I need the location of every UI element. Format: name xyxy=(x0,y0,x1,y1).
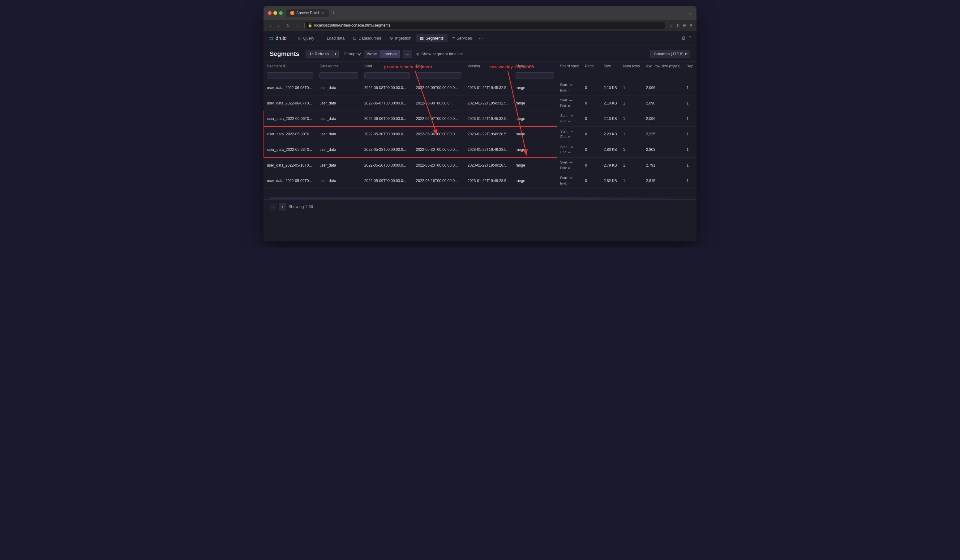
nav-items: ◫ Query ↑ Load data ⊡ Datasources ⊙ Inge… xyxy=(294,34,682,43)
extensions-icon[interactable]: ⊞ xyxy=(683,23,686,28)
col-header-shard-type[interactable]: Shard type xyxy=(512,62,557,71)
filter-cell-ds[interactable] xyxy=(317,71,361,80)
cell-segment-id: user_data_2022-06-06T0... xyxy=(264,111,317,126)
col-header-partition[interactable]: Partiti... xyxy=(582,62,601,71)
filter-cell-start[interactable] xyxy=(361,71,413,80)
help-icon[interactable]: ? xyxy=(689,35,691,41)
browser-toolbar: ‹ › ↻ ⌂ 🔒 localhost:8888/unified-console… xyxy=(264,20,696,31)
table-annotation-container: previous daily segment new weekly segmen… xyxy=(264,62,696,199)
table-row[interactable]: user_data_2022-05-09T0... user_data 2022… xyxy=(264,173,696,188)
nav-more-button[interactable]: ··· xyxy=(477,34,485,43)
timeline-toggle[interactable]: Show segment timeline xyxy=(416,52,463,56)
browser-tab-active[interactable]: D Apache Druid × xyxy=(286,9,329,17)
browser-window: D Apache Druid × + ⌄ ‹ › ↻ ⌂ 🔒 localhost… xyxy=(264,6,696,241)
prev-page-button[interactable]: ‹ xyxy=(270,203,277,211)
minimize-traffic-light[interactable] xyxy=(274,11,277,15)
col-header-shard-spec[interactable]: Shard spec xyxy=(557,62,582,71)
more-options-button[interactable]: ··· xyxy=(403,50,412,58)
cell-end: 2022-06-08T00:00:0... xyxy=(413,96,464,111)
columns-button[interactable]: Columns (17/18) ▾ xyxy=(650,50,690,58)
query-icon: ◫ xyxy=(298,36,302,40)
cell-segment-id: user_data_2022-06-08T0... xyxy=(264,80,317,96)
nav-item-load-data-label: Load data xyxy=(326,36,344,40)
col-header-version[interactable]: Version xyxy=(464,62,512,71)
nav-item-datasources[interactable]: ⊡ Datasources xyxy=(349,34,385,42)
col-header-end[interactable]: End xyxy=(413,62,464,71)
scroll-indicator xyxy=(270,198,690,199)
col-header-start[interactable]: Start xyxy=(361,62,413,71)
cell-datasource: user_data xyxy=(317,96,361,111)
table-row[interactable]: user_data_2022-06-06T0... user_data 2022… xyxy=(264,111,696,126)
nav-item-load-data[interactable]: ↑ Load data xyxy=(319,34,348,42)
group-by-buttons: None Interval xyxy=(364,50,400,58)
cell-version: 2023-01-22T19:45:32.5... xyxy=(464,96,512,111)
page-title: Segments xyxy=(270,50,299,57)
tab-title: Apache Druid xyxy=(296,11,319,15)
maximize-traffic-light[interactable] xyxy=(279,11,283,15)
address-bar[interactable]: 🔒 localhost:8888/unified-console.html#se… xyxy=(304,22,666,29)
tab-close-button[interactable]: × xyxy=(321,11,325,15)
load-data-icon: ↑ xyxy=(323,36,325,40)
filter-cell-shard[interactable] xyxy=(512,71,557,80)
timeline-label: Show segment timeline xyxy=(421,52,463,56)
filter-cell-version[interactable] xyxy=(464,71,512,80)
nav-item-services[interactable]: ≡ Services xyxy=(449,34,476,42)
table-row[interactable]: user_data_2022-05-16T0... user_data 2022… xyxy=(264,157,696,173)
bookmark-icon[interactable]: ☆ xyxy=(669,23,673,28)
group-interval-button[interactable]: Interval xyxy=(381,50,400,58)
back-button[interactable]: ‹ xyxy=(268,22,273,29)
filter-row xyxy=(264,71,696,80)
home-button[interactable]: ⌂ xyxy=(295,22,301,29)
forward-button[interactable]: › xyxy=(276,22,282,29)
col-header-num-rows[interactable]: Num rows xyxy=(620,62,643,71)
druid-logo-text: druid xyxy=(275,35,287,41)
cell-shard-type: range xyxy=(512,80,557,96)
cell-version: 2023-01-22T19:45:32.5... xyxy=(464,80,512,96)
nav-item-ingestion[interactable]: ⊙ Ingestion xyxy=(386,34,415,42)
columns-dropdown-icon: ▾ xyxy=(685,52,687,56)
next-page-button[interactable]: › xyxy=(279,203,286,211)
nav-item-segments[interactable]: ▦ Segments xyxy=(416,34,448,42)
browser-tabs: D Apache Druid × + xyxy=(286,9,685,17)
col-header-rep[interactable]: Rep xyxy=(683,62,696,71)
download-icon[interactable]: ⬇ xyxy=(676,23,680,28)
cell-end: 2022-06-09T00:00:00.0... xyxy=(413,80,464,96)
filter-input-id[interactable] xyxy=(267,72,313,78)
group-none-button[interactable]: None xyxy=(364,50,381,58)
cell-size: 2.10 KB xyxy=(601,80,620,96)
filter-input-ds[interactable] xyxy=(320,72,358,78)
col-header-segment-id[interactable]: Segment ID xyxy=(264,62,317,71)
cell-shard-spec: Start: -∞ End: ∞ xyxy=(557,111,582,126)
nav-item-query[interactable]: ◫ Query xyxy=(294,34,318,42)
tab-list-button[interactable]: ⌄ xyxy=(688,11,692,16)
druid-logo[interactable]: ⊃ druid xyxy=(269,35,287,42)
table-row[interactable]: user_data_2022-06-07T0... user_data 2022… xyxy=(264,96,696,111)
new-tab-button[interactable]: + xyxy=(330,10,337,16)
cell-shard-spec: Start: -∞ End: ∞ xyxy=(557,80,582,96)
col-header-datasource[interactable]: Datasource xyxy=(317,62,361,71)
menu-icon[interactable]: ≡ xyxy=(690,23,692,28)
settings-icon[interactable]: ⚙ xyxy=(682,35,686,41)
refresh-button[interactable]: ↻ Refresh xyxy=(306,50,333,58)
filter-input-end[interactable] xyxy=(416,72,461,78)
filter-cell-end[interactable] xyxy=(413,71,464,80)
segments-icon: ▦ xyxy=(420,36,424,40)
nav-item-services-label: Services xyxy=(456,36,472,40)
filter-cell-id[interactable] xyxy=(264,71,317,80)
filter-input-shard[interactable] xyxy=(515,72,554,78)
close-traffic-light[interactable] xyxy=(268,11,272,15)
refresh-dropdown-button[interactable]: ▾ xyxy=(333,50,339,58)
cell-datasource: user_data xyxy=(317,80,361,96)
services-icon: ≡ xyxy=(453,36,455,40)
col-header-avg-row-size[interactable]: Avg. row size (bytes) xyxy=(643,62,683,71)
cell-partition: 0 xyxy=(582,80,601,96)
col-header-size[interactable]: Size xyxy=(601,62,620,71)
filter-input-start[interactable] xyxy=(364,72,410,78)
reload-button[interactable]: ↻ xyxy=(284,22,292,29)
table-row[interactable]: user_data_2022-05-30T0... user_data 2022… xyxy=(264,126,696,142)
table-row[interactable]: user_data_2022-06-08T0... user_data 2022… xyxy=(264,80,696,96)
pagination: ‹ › Showing 1-50 xyxy=(264,199,696,214)
browser-toolbar-icons: ☆ ⬇ ⊞ ≡ xyxy=(669,23,692,28)
url-text: localhost:8888/unified-console.html#segm… xyxy=(314,23,390,27)
table-row[interactable]: user_data_2022-05-23T0... user_data 2022… xyxy=(264,142,696,157)
